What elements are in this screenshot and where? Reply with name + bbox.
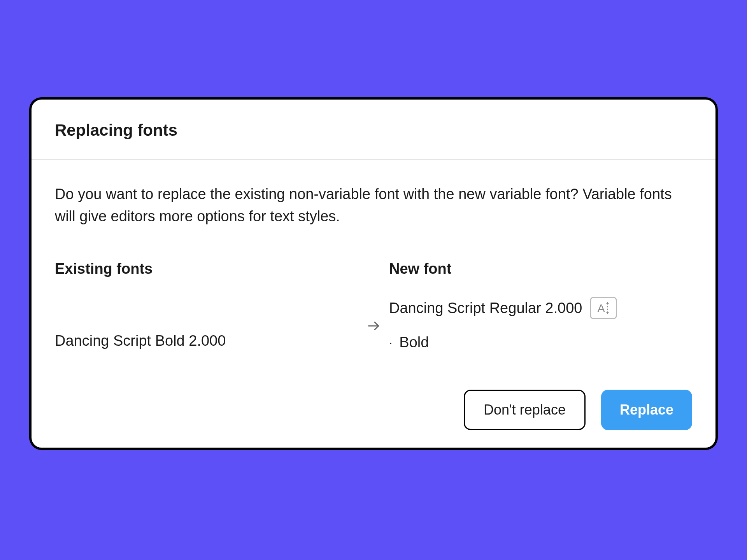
- dialog-title: Replacing fonts: [55, 121, 692, 140]
- dialog-header: Replacing fonts: [32, 100, 715, 160]
- dialog-description: Do you want to replace the existing non-…: [55, 183, 692, 228]
- new-font-heading: New font: [389, 261, 692, 277]
- existing-fonts-heading: Existing fonts: [55, 261, 358, 277]
- arrow-right-icon: [358, 283, 389, 333]
- new-font-style: Bold: [399, 334, 429, 351]
- arrow-column: [358, 261, 389, 333]
- dialog-body: Do you want to replace the existing non-…: [32, 160, 715, 448]
- svg-marker-4: [606, 312, 609, 314]
- new-font-name-row: Dancing Script Regular 2.000 A: [389, 297, 692, 319]
- new-font-style-row: · Bold: [389, 334, 692, 351]
- new-font-name: Dancing Script Regular 2.000: [389, 300, 582, 317]
- dont-replace-button[interactable]: Don't replace: [464, 390, 586, 430]
- svg-text:A: A: [598, 302, 605, 315]
- dialog-footer: Don't replace Replace: [55, 390, 692, 430]
- replacing-fonts-dialog: Replacing fonts Do you want to replace t…: [29, 97, 718, 450]
- existing-font-name: Dancing Script Bold 2.000: [55, 297, 358, 349]
- bullet-icon: ·: [389, 336, 392, 349]
- variable-font-icon: A: [590, 297, 617, 319]
- new-font-column: New font Dancing Script Regular 2.000 A …: [389, 261, 692, 351]
- existing-fonts-column: Existing fonts Dancing Script Bold 2.000: [55, 261, 358, 349]
- replace-button[interactable]: Replace: [601, 390, 692, 430]
- fonts-comparison-grid: Existing fonts Dancing Script Bold 2.000…: [55, 261, 692, 351]
- svg-marker-3: [606, 302, 609, 304]
